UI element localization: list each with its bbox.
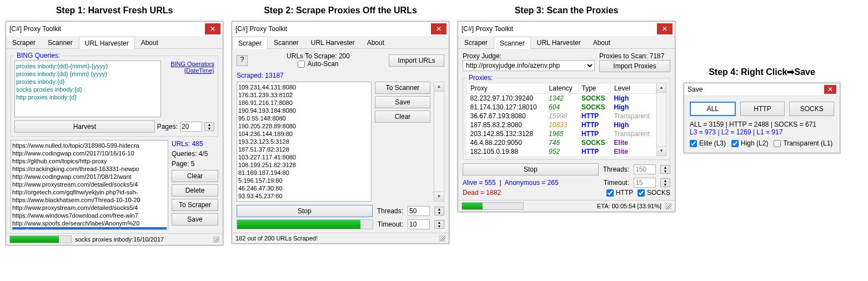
auto-scan-checkbox[interactable]: Auto-Scan [298, 60, 338, 68]
close-icon[interactable]: ✕ [431, 23, 446, 34]
datetime-link[interactable]: {DateTime} [164, 67, 214, 74]
save-button[interactable]: Save [172, 213, 218, 225]
tab-about[interactable]: About [587, 36, 616, 48]
step4-title: Step 4: Right Click➡Save [709, 67, 815, 77]
resize-grip[interactable] [665, 203, 671, 209]
table-row: 182.105.0.19:88952HTTPElite [467, 147, 656, 156]
timeout-label: Timeout: [604, 179, 629, 187]
table-row: 36.67.67.193:808015998HTTPTransparent [467, 112, 656, 121]
window-title: [C#] Proxy Toolkit [8, 25, 61, 33]
scraped-listbox[interactable]: 109.231.44.131:8080176.31.239.33:8102 18… [237, 82, 372, 202]
threads-label: Threads: [603, 165, 629, 173]
bing-operators-link[interactable]: BING Operators [164, 61, 214, 67]
proxies-group-label: Proxies: [466, 74, 495, 82]
close-icon[interactable]: ✕ [824, 85, 836, 94]
threads-spinner[interactable]: ▲▼ [434, 207, 444, 215]
list-item: https://www.blackhatsem.com/Thread-10-10… [12, 196, 167, 204]
window-title: [C#] Proxy Toolkit [460, 25, 513, 33]
pages-label: Pages: [157, 123, 178, 131]
scrollbar[interactable]: ▲▼ [434, 82, 444, 202]
tab-scanner[interactable]: Scanner [268, 36, 305, 48]
step3-title: Step 3: Scan the Proxies [515, 6, 619, 16]
save-dialog-title: Save [688, 86, 703, 93]
pages-spinner[interactable]: ▲▼ [204, 122, 214, 131]
list-item: http://www.proxystream.com/detailed/sock… [12, 204, 167, 212]
judge-select[interactable]: http://proxyjudge.info/azenv.php [463, 60, 595, 71]
scrollbar[interactable]: ▲▼ [656, 83, 666, 156]
list-item: http://bonosdetragaperras.com/ahwvak/kzz… [12, 227, 167, 230]
list-item: https://github.com/topics/http-proxy [12, 157, 167, 165]
proxies-table[interactable]: ProxyLatencyTypeLevel 82.232.97.170:3924… [466, 83, 656, 156]
page-label: Page: 5 [172, 160, 218, 168]
to-scan-label: Proxies to Scan: 7187 [599, 52, 670, 60]
tab-url-harvester[interactable]: URL Harvester [305, 36, 361, 48]
http-button[interactable]: HTTP [740, 102, 785, 116]
timeout-spinner[interactable]: ▲▼ [660, 178, 670, 187]
threads-spinner[interactable]: ▲▼ [660, 165, 670, 174]
import-proxies-button[interactable]: Import Proxies [599, 60, 670, 72]
queries-textbox[interactable]: proxies inbody:{dd}-{mmm}-{yyyy} proxies… [14, 61, 161, 117]
all-button[interactable]: ALL [690, 102, 736, 116]
list-item: http://www.codingwap.com/2017/10/16/16-1… [12, 149, 167, 157]
threads-label: Threads: [377, 207, 403, 215]
step2-title: Step 2: Scrape Proxies Off the URLs [264, 6, 417, 16]
clear-button[interactable]: Clear [375, 111, 430, 123]
tab-scraper[interactable]: Scraper [6, 36, 42, 48]
pages-input[interactable] [180, 122, 202, 132]
window-title: [C#] Proxy Toolkit [234, 25, 287, 33]
tab-scraper[interactable]: Scraper [232, 37, 268, 49]
status-text: socks proxies inbody:16/10/2017 [75, 236, 164, 243]
stop-button[interactable]: Stop [237, 205, 373, 217]
resize-grip[interactable] [213, 236, 219, 243]
tab-about[interactable]: About [135, 36, 164, 48]
high-checkbox[interactable]: High (L2) [731, 139, 768, 147]
timeout-input[interactable] [408, 219, 430, 229]
list-item: https://www.nulled.to/topic/318980-599-h… [12, 142, 167, 149]
tab-scanner[interactable]: Scanner [42, 36, 79, 48]
tab-about[interactable]: About [361, 36, 390, 48]
close-icon[interactable]: ✕ [657, 23, 673, 34]
import-urls-button[interactable]: Import URLs [389, 54, 444, 67]
timeout-input [634, 178, 656, 188]
alive-count: Alive = 555 [463, 179, 496, 187]
threads-input[interactable] [408, 206, 430, 216]
resize-grip[interactable] [439, 235, 445, 242]
table-row: 187.85.83.2:808010833HTTPHigh [467, 121, 656, 129]
stop-button[interactable]: Stop [463, 163, 599, 175]
tab-scraper[interactable]: Scraper [458, 36, 494, 48]
queries-progress-label: Queries: 4/5 [172, 150, 218, 158]
anon-count: Anonymous = 265 [505, 179, 559, 187]
http-checkbox[interactable]: HTTP [606, 189, 633, 197]
to-scanner-button[interactable]: To Scanner [375, 82, 430, 94]
harvest-button[interactable]: Harvest [14, 121, 155, 133]
tab-url-harvester[interactable]: URL Harvester [531, 36, 587, 48]
tab-url-harvester[interactable]: URL Harvester [79, 37, 135, 49]
list-item: http://www.proxystream.com/detailed/sock… [12, 180, 167, 188]
socks-button[interactable]: SOCKS [789, 102, 834, 116]
status-text: 182 out of 200 URLs Scraped! [235, 235, 318, 242]
timeout-spinner[interactable]: ▲▼ [434, 220, 444, 229]
clear-button[interactable]: Clear [172, 170, 218, 182]
to-scraper-button[interactable]: To Scraper [172, 199, 218, 211]
socks-checkbox[interactable]: SOCKS [638, 189, 670, 197]
help-icon[interactable]: ? [237, 55, 248, 66]
threads-input [634, 164, 656, 174]
urls-count: URLs: 485 [172, 140, 218, 148]
delete-button[interactable]: Delete [172, 184, 218, 197]
tab-scanner[interactable]: Scanner [494, 37, 531, 49]
urls-listbox[interactable]: https://www.nulled.to/topic/318980-599-h… [11, 140, 168, 230]
judge-label: Proxy Judge: [463, 52, 595, 60]
scraped-count: Scraped: 13187 [237, 72, 444, 79]
save-button[interactable]: Save [375, 96, 430, 108]
levels-text: L3 = 973 | L2 = 1269 | L1 = 917 [690, 128, 834, 136]
list-item: https://www.windows7download.com/free-wi… [12, 212, 167, 219]
list-item: https://crackingking.com/thread-163331-n… [12, 165, 167, 173]
urls-to-scrape-label: URLs To Scrape: 200 [252, 52, 384, 60]
elite-checkbox[interactable]: Elite (L3) [690, 139, 726, 147]
list-item: http://www.codingwap.com/2017/08/12/want [12, 173, 167, 180]
table-row: 82.232.97.170:392401342SOCKSHigh [467, 94, 656, 103]
trans-checkbox[interactable]: Transparent (L1) [774, 139, 832, 147]
close-icon[interactable]: ✕ [205, 23, 220, 34]
table-row: 46.4.88.220:9050746SOCKSElite [467, 138, 656, 147]
list-item: http://www.spoofs.de/search/label/Anonym… [12, 219, 167, 227]
